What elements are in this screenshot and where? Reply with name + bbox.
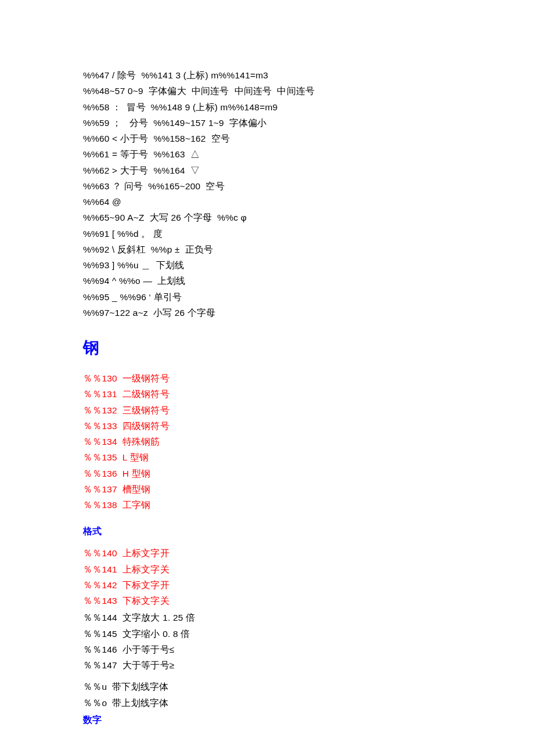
text-line: %%95 _ %%96 ‘ 单引号 (83, 290, 454, 304)
text-line: %%58 ： 冒号 %%148 9 (上标) m%%148=m9 (83, 100, 454, 114)
text-line: ％％130 一级钢符号 (83, 372, 454, 385)
top-symbol-block: %%47 / 除号 %%141 3 (上标) m%%141=m3 %%48~57… (83, 69, 454, 319)
text-line: ％％133 四级钢符号 (83, 419, 454, 433)
text-line: ％％143 下标文字关 (83, 594, 454, 607)
text-line: ％％138 工字钢 (83, 498, 454, 512)
text-line: %%47 / 除号 %%141 3 (上标) m%%141=m3 (83, 69, 454, 82)
heading-steel: 钢 (83, 336, 454, 360)
spacer (83, 675, 454, 680)
text-line: %%62 > 大于号 %%164 ▽ (83, 164, 454, 177)
text-line: %%93 ] %%u ＿ 下划线 (83, 258, 454, 272)
document-page: %%47 / 除号 %%141 3 (上标) m%%141=m3 %%48~57… (0, 0, 454, 727)
text-line: ％％147 大于等于号≥ (83, 658, 454, 672)
text-line: %%94 ^ %%o — 上划线 (83, 274, 454, 287)
text-line: ％％141 上标文字关 (83, 563, 454, 576)
text-line: %%97~122 a~z 小写 26 个字母 (83, 306, 454, 319)
text-line: %%61 = 等于号 %%163 △ (83, 147, 454, 161)
text-line: ％％135 L 型钢 (83, 451, 454, 464)
text-line: %%63 ？ 问号 %%165~200 空号 (83, 179, 454, 193)
text-line: ％％137 槽型钢 (83, 483, 454, 496)
text-line: %%59 ； 分号 %%149~157 1~9 字体偏小 (83, 116, 454, 129)
text-line: %%60 < 小于号 %%158~162 空号 (83, 132, 454, 145)
text-line: %%92 \ 反斜杠 %%p ± 正负号 (83, 243, 454, 256)
text-line: ％％131 二级钢符号 (83, 387, 454, 401)
text-line: ％％o 带上划线字体 (83, 696, 454, 710)
text-line: ％％144 文字放大 1. 25 倍 (83, 611, 454, 624)
format-red-list: ％％140 上标文字开 ％％141 上标文字关 ％％142 下标文字开 ％％14… (83, 546, 454, 607)
text-line: %%64 @ (83, 195, 454, 208)
text-line: ％％142 下标文字开 (83, 578, 454, 592)
text-line: ％％136 H 型钢 (83, 467, 454, 480)
underline-block: ％％u 带下划线字体 ％％o 带上划线字体 (83, 680, 454, 710)
text-line: %%91 [ %%d 。 度 (83, 227, 454, 240)
text-line: ％％140 上标文字开 (83, 546, 454, 560)
text-line: ％％146 小于等于号≤ (83, 643, 454, 656)
format-black-list: ％％144 文字放大 1. 25 倍 ％％145 文字缩小 0. 8 倍 ％％1… (83, 611, 454, 672)
steel-list: ％％130 一级钢符号 ％％131 二级钢符号 ％％132 三级钢符号 ％％13… (83, 372, 454, 512)
text-line: %%65~90 A~Z 大写 26 个字母 %%c φ (83, 211, 454, 224)
heading-format: 格式 (83, 524, 454, 538)
text-line: ％％134 特殊钢筋 (83, 435, 454, 448)
text-line: ％％u 带下划线字体 (83, 680, 454, 693)
text-line: ％％145 文字缩小 0. 8 倍 (83, 627, 454, 640)
text-line: ％％132 三级钢符号 (83, 404, 454, 417)
heading-number: 数字 (83, 713, 454, 727)
text-line: %%48~57 0~9 字体偏大 中间连号 中间连号 中间连号 (83, 84, 454, 98)
